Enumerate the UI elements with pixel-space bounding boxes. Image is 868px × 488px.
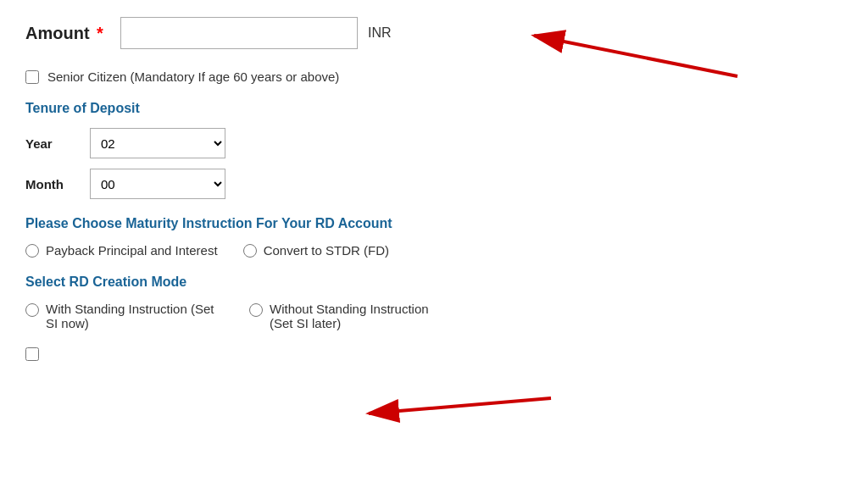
senior-citizen-checkbox[interactable] xyxy=(25,70,39,84)
required-star: * xyxy=(97,24,103,42)
maturity-section: Please Choose Maturity Instruction For Y… xyxy=(25,216,737,258)
maturity-option2-label: Convert to STDR (FD) xyxy=(264,243,389,258)
rd-option2-label: Without Standing Instruction (Set SI lat… xyxy=(270,302,439,330)
maturity-option1-item: Payback Principal and Interest xyxy=(25,243,218,258)
rd-option2-item: Without Standing Instruction (Set SI lat… xyxy=(249,302,439,330)
rd-radio-1[interactable] xyxy=(25,303,39,317)
form-container: Amount * INR Senior Citizen (Mandatory I… xyxy=(0,0,763,378)
senior-citizen-row: Senior Citizen (Mandatory If age 60 year… xyxy=(25,69,737,84)
maturity-option2-item: Convert to STDR (FD) xyxy=(243,243,389,258)
bottom-checkbox-row xyxy=(25,347,737,361)
rd-section: Select RD Creation Mode With Standing In… xyxy=(25,274,737,330)
rd-radio-2[interactable] xyxy=(249,303,263,317)
bottom-checkbox[interactable] xyxy=(25,347,39,361)
tenure-header: Tenure of Deposit xyxy=(25,101,737,116)
maturity-header: Please Choose Maturity Instruction For Y… xyxy=(25,216,737,231)
currency-label: INR xyxy=(368,25,392,41)
rd-option1-label: With Standing Instruction (Set SI now) xyxy=(46,302,215,330)
rd-radio-group: With Standing Instruction (Set SI now) W… xyxy=(25,302,737,330)
year-row: Year 01 02 03 04 05 06 07 08 09 10 xyxy=(25,128,737,158)
arrow-to-rd-option xyxy=(369,398,551,413)
tenure-section: Tenure of Deposit Year 01 02 03 04 05 06… xyxy=(25,101,737,199)
rd-mode-header: Select RD Creation Mode xyxy=(25,274,737,290)
amount-label: Amount * xyxy=(25,24,110,43)
senior-citizen-label: Senior Citizen (Mandatory If age 60 year… xyxy=(47,69,339,84)
month-label: Month xyxy=(25,177,76,191)
rd-option1-item: With Standing Instruction (Set SI now) xyxy=(25,302,215,330)
month-row: Month 00 01 02 03 04 05 06 07 08 09 10 1… xyxy=(25,169,737,199)
year-select[interactable]: 01 02 03 04 05 06 07 08 09 10 xyxy=(90,128,225,158)
amount-input[interactable] xyxy=(120,17,358,49)
maturity-radio-2[interactable] xyxy=(243,244,257,258)
month-select[interactable]: 00 01 02 03 04 05 06 07 08 09 10 11 xyxy=(90,169,225,199)
amount-label-text: Amount xyxy=(25,24,90,42)
maturity-option1-label: Payback Principal and Interest xyxy=(46,243,218,258)
maturity-radio-1[interactable] xyxy=(25,244,39,258)
year-label: Year xyxy=(25,136,76,151)
amount-row: Amount * INR xyxy=(25,17,737,49)
maturity-radio-group: Payback Principal and Interest Convert t… xyxy=(25,243,737,258)
